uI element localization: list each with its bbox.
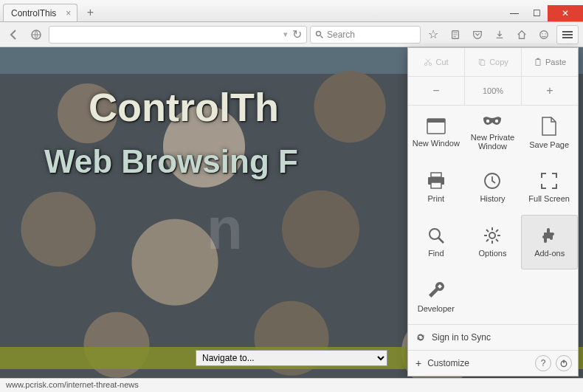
maximize-button[interactable]: ☐ — [525, 5, 548, 21]
zoom-level[interactable]: 100% — [465, 77, 522, 105]
menu-button[interactable] — [556, 25, 579, 44]
quit-button[interactable] — [556, 355, 572, 371]
page-icon — [541, 117, 557, 136]
copy-icon — [477, 58, 486, 66]
svg-point-6 — [425, 63, 427, 65]
zoom-row: − 100% + — [408, 77, 578, 106]
svg-point-14 — [486, 120, 489, 123]
window-controls: — ☐ ✕ — [503, 5, 583, 21]
new-tab-button[interactable]: + — [82, 5, 98, 20]
svg-rect-13 — [427, 119, 445, 123]
globe-icon[interactable] — [27, 25, 46, 44]
search-placeholder: Search — [327, 30, 355, 40]
navigate-select[interactable]: Navigate to... — [196, 350, 387, 366]
minimize-button[interactable]: — — [503, 5, 525, 21]
svg-point-7 — [430, 63, 432, 65]
browser-tab[interactable]: ControlThis × — [3, 4, 77, 21]
hero-title: ControlTh — [89, 84, 279, 130]
new-private-window-item[interactable]: New Private Window — [465, 106, 522, 160]
search-input[interactable]: Search — [310, 26, 421, 44]
empty-slot — [465, 269, 522, 324]
tab-close-icon[interactable]: × — [66, 8, 71, 18]
url-input[interactable]: ▾ ↻ — [49, 26, 307, 44]
magnifier-icon — [427, 227, 445, 244]
tab-title: ControlThis — [11, 8, 56, 18]
wrench-icon — [427, 281, 446, 300]
plus-icon: + — [415, 357, 421, 369]
print-item[interactable]: Print — [408, 160, 465, 215]
edit-row: Cut Copy Paste — [408, 48, 578, 77]
addons-item[interactable]: Add-ons — [521, 215, 578, 269]
status-bar: www.pcrisk.com/internet-threat-news — [0, 378, 583, 392]
svg-point-1 — [317, 31, 321, 35]
svg-point-15 — [495, 120, 498, 123]
fullscreen-icon — [540, 172, 558, 190]
cut-button[interactable]: Cut — [408, 48, 465, 76]
search-icon — [315, 30, 324, 39]
pocket-icon[interactable] — [468, 25, 487, 44]
dropdown-icon[interactable]: ▾ — [283, 30, 288, 39]
new-window-item[interactable]: New Window — [408, 106, 465, 160]
hamburger-icon — [562, 34, 573, 35]
svg-point-5 — [545, 32, 545, 33]
save-page-item[interactable]: Save Page — [521, 106, 578, 160]
paste-button[interactable]: Paste — [522, 48, 578, 76]
menu-grid: New Window New Private Window Save Page … — [408, 106, 578, 324]
svg-rect-10 — [536, 59, 540, 65]
window-icon — [427, 118, 446, 134]
home-icon[interactable] — [512, 25, 531, 44]
svg-rect-18 — [431, 182, 441, 188]
reload-icon[interactable]: ↻ — [292, 27, 302, 41]
hero-subtitle: Web Browsing F — [44, 143, 298, 180]
downloads-icon[interactable] — [490, 25, 509, 44]
back-button[interactable] — [4, 25, 24, 44]
svg-rect-11 — [537, 58, 539, 60]
print-icon — [427, 172, 446, 190]
power-icon — [559, 359, 568, 368]
customize-button[interactable]: + Customize — [408, 351, 535, 376]
svg-point-20 — [430, 229, 440, 239]
puzzle-icon — [541, 227, 559, 244]
titlebar: ControlThis × + — ☐ ✕ — [0, 0, 583, 22]
app-menu-panel: Cut Copy Paste − 100% + New Window New P… — [407, 47, 579, 376]
window-close-button[interactable]: ✕ — [548, 5, 583, 21]
bookmark-star-icon[interactable]: ☆ — [424, 25, 443, 44]
options-item[interactable]: Options — [465, 215, 522, 269]
paste-icon — [534, 58, 542, 66]
clock-icon — [483, 172, 501, 190]
status-url: www.pcrisk.com/internet-threat-news — [6, 380, 139, 389]
history-item[interactable]: History — [465, 160, 522, 215]
help-button[interactable]: ? — [535, 355, 551, 371]
navbar: ▾ ↻ Search ☆ — [0, 22, 583, 47]
reader-icon[interactable] — [446, 25, 465, 44]
sign-in-sync[interactable]: Sign in to Sync — [408, 325, 578, 350]
gear-icon — [483, 227, 501, 244]
sync-icon — [415, 332, 426, 343]
cut-icon — [424, 58, 432, 66]
svg-point-21 — [489, 233, 495, 238]
mask-icon — [482, 115, 503, 128]
zoom-in-button[interactable]: + — [522, 77, 578, 105]
menu-footer: Sign in to Sync + Customize ? — [408, 324, 578, 376]
svg-point-3 — [540, 30, 548, 38]
svg-rect-9 — [481, 61, 485, 66]
find-item[interactable]: Find — [408, 215, 465, 269]
svg-rect-16 — [431, 173, 441, 177]
copy-button[interactable]: Copy — [465, 48, 522, 76]
svg-point-4 — [542, 32, 542, 33]
fullscreen-item[interactable]: Full Screen — [521, 160, 578, 215]
empty-slot — [521, 269, 578, 324]
developer-item[interactable]: Developer — [408, 269, 465, 324]
zoom-out-button[interactable]: − — [408, 77, 465, 105]
smiley-icon[interactable] — [534, 25, 553, 44]
